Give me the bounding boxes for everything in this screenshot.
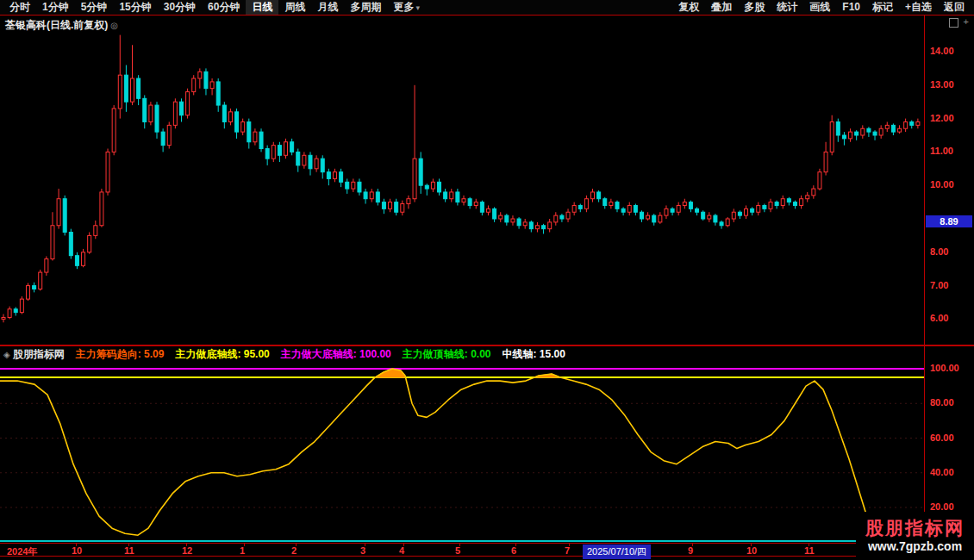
price-tick-10: 10.00 bbox=[930, 179, 954, 190]
date-tick-mark-6 bbox=[365, 544, 365, 546]
date-tick-label-5: 2 bbox=[291, 545, 297, 556]
period-menu-group: 分时1分钟5分钟15分钟30分钟60分钟日线周线月线多周期更多▾ bbox=[3, 0, 426, 15]
chart-title-text: 荃银高科(日线.前复权) bbox=[5, 19, 108, 31]
date-tick-label-14: 11 bbox=[804, 545, 815, 556]
date-tick-label-6: 3 bbox=[360, 545, 365, 556]
diamond-icon: ◈ bbox=[3, 350, 10, 359]
menu-item-统计[interactable]: 统计 bbox=[771, 0, 803, 15]
date-tick-mark-2 bbox=[128, 544, 129, 546]
menu-item-更多[interactable]: 更多▾ bbox=[387, 0, 426, 16]
indicator-source: ◈股朋指标网 bbox=[3, 347, 65, 362]
date-tick-label-4: 1 bbox=[240, 545, 245, 556]
date-tick-mark-9 bbox=[515, 544, 516, 546]
date-tick-label-3: 12 bbox=[182, 545, 192, 556]
top-menubar: 分时1分钟5分钟15分钟30分钟60分钟日线周线月线多周期更多▾ 复权叠加多股统… bbox=[0, 0, 974, 16]
indicator-tick-60: 60.00 bbox=[930, 432, 954, 443]
menu-item-周线[interactable]: 周线 bbox=[278, 0, 311, 15]
date-tick-mark-7 bbox=[403, 544, 404, 546]
date-tick-mark-10 bbox=[569, 544, 570, 546]
last-price-marker: 8.89 bbox=[926, 215, 972, 227]
indicator-chart[interactable] bbox=[0, 345, 924, 543]
legend-item-2: 主力做大底轴线: 100.00 bbox=[281, 347, 391, 362]
menu-item-月线[interactable]: 月线 bbox=[311, 0, 344, 15]
date-tick-label-9: 6 bbox=[511, 545, 516, 556]
date-tick-label-7: 4 bbox=[399, 545, 404, 556]
date-axis[interactable]: 2024年10111212345672025/07/10/四91011 bbox=[0, 543, 974, 557]
date-tick-label-0: 2024年 bbox=[7, 545, 37, 558]
date-tick-label-13: 10 bbox=[746, 545, 757, 556]
date-tick-mark-13 bbox=[751, 544, 752, 546]
date-tick-mark-1 bbox=[76, 544, 77, 546]
date-tick-mark-14 bbox=[809, 544, 809, 546]
menu-item-15分钟[interactable]: 15分钟 bbox=[113, 0, 157, 15]
indicator-tick-80: 80.00 bbox=[930, 397, 954, 408]
panel-divider bbox=[0, 345, 974, 346]
app-window: 分时1分钟5分钟15分钟30分钟60分钟日线周线月线多周期更多▾ 复权叠加多股统… bbox=[0, 0, 974, 560]
indicator-source-label: 股朋指标网 bbox=[13, 348, 65, 360]
maximize-icon[interactable] bbox=[949, 18, 958, 28]
legend-item-1: 主力做底轴线: 95.00 bbox=[175, 347, 269, 362]
title-info-icon: ◎ bbox=[110, 21, 118, 30]
indicator-tick-20: 20.00 bbox=[930, 501, 954, 512]
add-panel-icon[interactable]: + bbox=[964, 18, 969, 26]
date-tick-mark-8 bbox=[459, 544, 460, 546]
date-tick-label-8: 5 bbox=[455, 545, 460, 556]
price-tick-13: 13.00 bbox=[930, 79, 954, 90]
legend-item-0: 主力筹码趋向: 5.09 bbox=[76, 347, 165, 362]
price-tick-14: 14.00 bbox=[930, 46, 954, 56]
menu-item-返回[interactable]: 返回 bbox=[938, 0, 971, 15]
price-tick-12: 12.00 bbox=[930, 113, 954, 123]
date-tick-mark-3 bbox=[186, 544, 187, 546]
menu-item-F10[interactable]: F10 bbox=[836, 0, 866, 15]
menu-item-+自选[interactable]: +自选 bbox=[899, 0, 938, 15]
menu-item-5分钟[interactable]: 5分钟 bbox=[75, 0, 114, 15]
menu-item-画线[interactable]: 画线 bbox=[803, 0, 836, 15]
legend-item-4: 中线轴: 15.00 bbox=[502, 347, 565, 362]
chevron-down-icon: ▾ bbox=[415, 3, 420, 12]
price-tick-11: 11.00 bbox=[930, 146, 953, 156]
date-highlight: 2025/07/10/四 bbox=[583, 544, 651, 559]
date-tick-label-1: 10 bbox=[72, 545, 82, 556]
date-tick-label-12: 9 bbox=[688, 545, 693, 556]
legend-item-3: 主力做顶轴线: 0.00 bbox=[403, 347, 491, 362]
date-tick-mark-5 bbox=[296, 544, 297, 546]
watermark-title: 股朋指标网 bbox=[865, 518, 965, 538]
date-tick-mark-12 bbox=[692, 544, 693, 546]
menu-item-多周期[interactable]: 多周期 bbox=[344, 0, 387, 15]
indicator-tick-100: 100.00 bbox=[930, 363, 959, 373]
menu-item-分时[interactable]: 分时 bbox=[3, 0, 36, 15]
tools-menu-group: 复权叠加多股统计画线F10标记+自选返回 bbox=[672, 0, 971, 15]
menu-item-复权[interactable]: 复权 bbox=[672, 0, 705, 15]
menu-item-标记[interactable]: 标记 bbox=[866, 0, 899, 15]
price-tick-6: 6.00 bbox=[930, 313, 948, 323]
price-axis: 14.0013.0012.0011.0010.008.007.006.008.8… bbox=[924, 16, 974, 345]
menu-item-多股[interactable]: 多股 bbox=[738, 0, 771, 15]
candlestick-chart[interactable] bbox=[0, 16, 924, 345]
price-tick-7: 7.00 bbox=[930, 280, 948, 290]
date-tick-mark-4 bbox=[244, 544, 245, 546]
menu-item-60分钟[interactable]: 60分钟 bbox=[202, 0, 246, 15]
watermark: 股朋指标网 www.7gpzb.com bbox=[856, 512, 974, 560]
date-tick-label-10: 7 bbox=[565, 545, 570, 556]
chart-title: 荃银高科(日线.前复权)◎ bbox=[5, 18, 118, 33]
menu-item-1分钟[interactable]: 1分钟 bbox=[36, 0, 75, 15]
menu-item-30分钟[interactable]: 30分钟 bbox=[158, 0, 202, 15]
watermark-url: www.7gpzb.com bbox=[868, 538, 962, 554]
date-tick-label-2: 11 bbox=[124, 545, 134, 556]
menu-item-叠加[interactable]: 叠加 bbox=[705, 0, 738, 15]
indicator-tick-40: 40.00 bbox=[930, 467, 954, 477]
panel-window-icons: + bbox=[949, 18, 969, 28]
price-tick-8: 8.00 bbox=[930, 246, 948, 257]
menu-item-日线[interactable]: 日线 bbox=[246, 0, 278, 15]
indicator-legend: ◈股朋指标网 主力筹码趋向: 5.09主力做底轴线: 95.00主力做大底轴线:… bbox=[3, 347, 565, 362]
